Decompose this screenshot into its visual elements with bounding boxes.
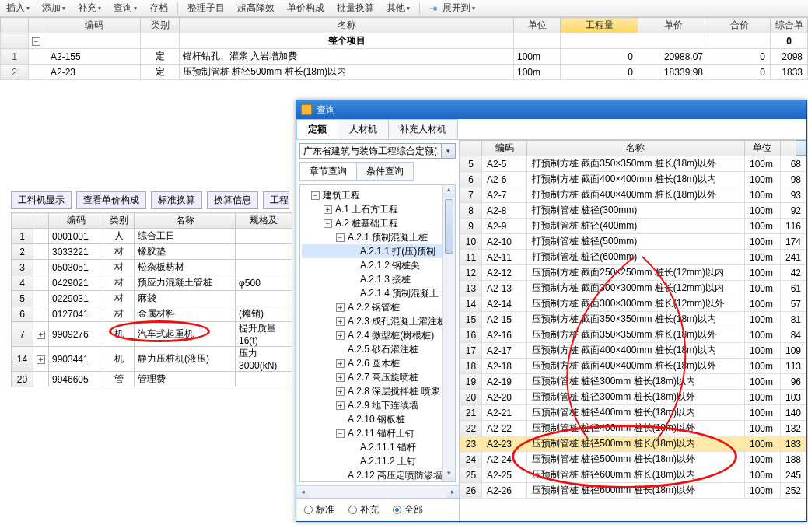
tree-node[interactable]: A.2.5 砂石灌注桩	[302, 342, 453, 356]
radio-std[interactable]: 标准	[304, 503, 334, 516]
tree-node[interactable]: +A.2.4 微型桩(树根桩)	[302, 328, 453, 342]
result-row[interactable]: 12A2-12压预制方桩 截面250×250mm 桩长(12mm)以内100m4…	[460, 265, 806, 281]
tree-toggle-icon[interactable]: −	[336, 233, 345, 242]
scroll-up-icon[interactable]: ▴	[443, 185, 455, 198]
subtab-chapter[interactable]: 章节查询	[299, 162, 357, 181]
result-row[interactable]: 24A2-24压预制管桩 桩径500mm 桩长(18m)以外100m188	[460, 452, 806, 467]
tab-convinfo[interactable]: 换算信息	[207, 191, 258, 209]
rc-code[interactable]: 编码	[482, 141, 527, 156]
tree-node[interactable]: +A.2.8 深层搅拌桩 喷浆	[302, 384, 453, 398]
tb-arrange[interactable]: 整理子目	[184, 2, 228, 15]
result-row[interactable]: 6A2-6打预制方桩 截面400×400mm 桩长(18m)以内100m98	[460, 172, 806, 187]
tb-supp[interactable]: 补充▾	[75, 2, 104, 15]
tb-expand[interactable]: ⇥ 展开到▾	[426, 2, 478, 15]
col-name[interactable]: 名称	[180, 18, 514, 33]
resource-row[interactable]: 23033221材橡胶垫	[12, 244, 292, 260]
tree-node[interactable]: +A.2.3 成孔混凝土灌注桩	[302, 314, 453, 328]
result-row[interactable]: 8A2-8打预制管桩 桩径(300mm)100m92	[460, 203, 806, 219]
col-unit[interactable]: 单位	[514, 18, 561, 33]
tree-toggle-icon[interactable]: +	[336, 359, 345, 368]
result-row[interactable]: 22A2-22压预制管桩 桩径400mm 桩长(18m)以外100m132	[460, 421, 806, 436]
result-row[interactable]: 9A2-9打预制管桩 桩径(400mm)100m116	[460, 219, 806, 234]
resource-row[interactable]: 14+9903441机静力压桩机(液压)压力3000(kN)	[12, 347, 292, 372]
col-cat[interactable]: 类别	[103, 213, 135, 229]
result-row[interactable]: 19A2-19压预制管桩 桩径300mm 桩长(18m)以内100m96	[460, 374, 806, 390]
tree-node[interactable]: +A.1 土石方工程	[302, 202, 453, 216]
tree-node[interactable]: −建筑工程	[302, 188, 453, 202]
result-row[interactable]: 14A2-14压预制方桩 截面300×300mm 桩长(12mm)以外100m5…	[460, 296, 806, 312]
result-row[interactable]: 26A2-26压预制管桩 桩径600mm 桩长(18m)以外100m252	[460, 483, 806, 499]
tree-node[interactable]: A.2.1.3 接桩	[302, 272, 453, 286]
result-row[interactable]: 7A2-7打预制方桩 截面400×400mm 桩长(18m)以外100m93	[460, 187, 806, 203]
tab-quota[interactable]: 定额	[296, 119, 338, 139]
resource-row[interactable]: 50229031材麻袋	[12, 291, 292, 306]
tree-node[interactable]: A.2.10 钢板桩	[302, 412, 453, 426]
scroll-thumb[interactable]	[445, 199, 453, 254]
tab-material[interactable]: 工料机显示	[11, 191, 72, 209]
tree-node[interactable]: A.2.12 高压定喷防渗墙	[302, 468, 453, 482]
tab-supp-labor[interactable]: 补充人材机	[388, 119, 458, 139]
col-code[interactable]: 编码	[47, 18, 141, 33]
resource-row[interactable]: 7+9909276机汽车式起重机提升质量16(t)	[12, 322, 292, 347]
tab-labor[interactable]: 人材机	[338, 119, 389, 139]
grid-row[interactable]: 2A2-23定压预制管桩 桩径500mm 桩长(18m)以内100m018339…	[1, 65, 808, 80]
tree-toggle-icon[interactable]: +	[336, 387, 345, 396]
resource-row[interactable]: 209946605管管理费	[12, 372, 292, 387]
result-row[interactable]: 10A2-10打预制管桩 桩径(500mm)100m174	[460, 234, 806, 250]
col-price[interactable]: 单价	[638, 18, 708, 33]
result-row[interactable]: 13A2-13压预制方桩 截面300×300mm 桩长(12mm)以内100m6…	[460, 281, 806, 296]
result-row[interactable]: 21A2-21压预制管桩 桩径400mm 桩长(18m)以内100m140	[460, 405, 806, 421]
rc-unit[interactable]: 单位	[744, 141, 780, 156]
chapter-tree[interactable]: −建筑工程+A.1 土石方工程−A.2 桩基础工程−A.2.1 预制混凝土桩A.…	[299, 184, 456, 482]
scroll-right-icon[interactable]: ▸	[446, 486, 459, 498]
scroll-down-icon[interactable]: ▾	[443, 469, 455, 481]
resource-row[interactable]: 30503051材松杂板枋材	[12, 260, 292, 275]
col-name[interactable]: 名称	[135, 213, 236, 229]
tab-stdconv[interactable]: 标准换算	[151, 191, 202, 209]
radio-all[interactable]: 全部	[393, 503, 423, 516]
tree-node[interactable]: −A.2.11 锚杆土钉	[302, 426, 453, 440]
project-row[interactable]: − 整个项目 0	[1, 33, 808, 49]
tb-query[interactable]: 查询▾	[110, 2, 140, 15]
tree-toggle-icon[interactable]: +	[336, 373, 345, 382]
tree-toggle-icon[interactable]: +	[336, 401, 345, 410]
tree-toggle-icon[interactable]: −	[324, 219, 332, 228]
tree-node[interactable]: +A.2.9 地下连续墙	[302, 398, 453, 412]
col-qty[interactable]: 工程量	[561, 18, 638, 33]
result-row[interactable]: 15A2-15压预制方桩 截面350×350mm 桩长(18m)以内100m81	[460, 312, 806, 327]
quota-lib-combo[interactable]: ▾	[299, 143, 456, 159]
tree-node[interactable]: A.2.1.1 打(压)预制	[302, 244, 453, 258]
tab-priceview[interactable]: 查看单价构成	[76, 191, 146, 209]
result-row[interactable]: 23A2-23压预制管桩 桩径500mm 桩长(18m)以内100m183	[460, 436, 806, 452]
result-row[interactable]: 17A2-17压预制方桩 截面400×400mm 桩长(18m)以内100m10…	[460, 343, 806, 359]
col-sum[interactable]: 综合单	[771, 18, 808, 33]
result-row[interactable]: 11A2-11打预制管桩 桩径(600mm)100m241	[460, 250, 806, 265]
grid-row[interactable]: 1A2-155定锚杆钻孔、灌浆 入岩增加费100m020988.0702098	[1, 49, 808, 65]
scroll-left-icon[interactable]: ◂	[296, 486, 309, 498]
tb-save[interactable]: 存档	[146, 2, 171, 15]
result-row[interactable]: 5A2-5打预制方桩 截面350×350mm 桩长(18m)以外100m68	[460, 156, 806, 172]
result-row[interactable]: 18A2-18压预制方桩 截面400×400mm 桩长(18m)以外100m11…	[460, 359, 806, 374]
tb-add[interactable]: 添加▾	[39, 2, 68, 15]
dialog-titlebar[interactable]: 查询	[296, 100, 806, 119]
subtab-cond[interactable]: 条件查询	[356, 162, 414, 181]
tb-batch[interactable]: 批量换算	[334, 2, 377, 15]
tb-other[interactable]: 其他▾	[383, 2, 413, 15]
quota-lib-input[interactable]	[299, 143, 442, 159]
col-code[interactable]: 编码	[49, 213, 103, 229]
collapse-icon[interactable]: −	[32, 37, 40, 46]
resource-row[interactable]: 40429021材预应力混凝土管桩φ500	[12, 275, 292, 291]
tree-node[interactable]: −A.2.1 预制混凝土桩	[302, 230, 453, 244]
radio-supp[interactable]: 补充	[348, 503, 379, 516]
tb-insert[interactable]: 插入▾	[3, 2, 33, 15]
result-row[interactable]: 20A2-20压预制管桩 桩径300mm 桩长(18m)以外100m103	[460, 390, 806, 405]
resource-row[interactable]: 10001001人综合工日	[12, 229, 292, 244]
rc-name[interactable]: 名称	[527, 141, 745, 156]
chevron-down-icon[interactable]: ▾	[442, 143, 456, 159]
tree-node[interactable]: +A.2.7 高压旋喷桩	[302, 370, 453, 384]
expand-icon[interactable]: +	[37, 355, 45, 364]
tb-priceform[interactable]: 单价构成	[284, 2, 327, 15]
expand-icon[interactable]: +	[37, 331, 45, 339]
tree-node[interactable]: A.2.11.2 土钉	[302, 454, 453, 468]
tree-toggle-icon[interactable]: +	[336, 317, 345, 326]
